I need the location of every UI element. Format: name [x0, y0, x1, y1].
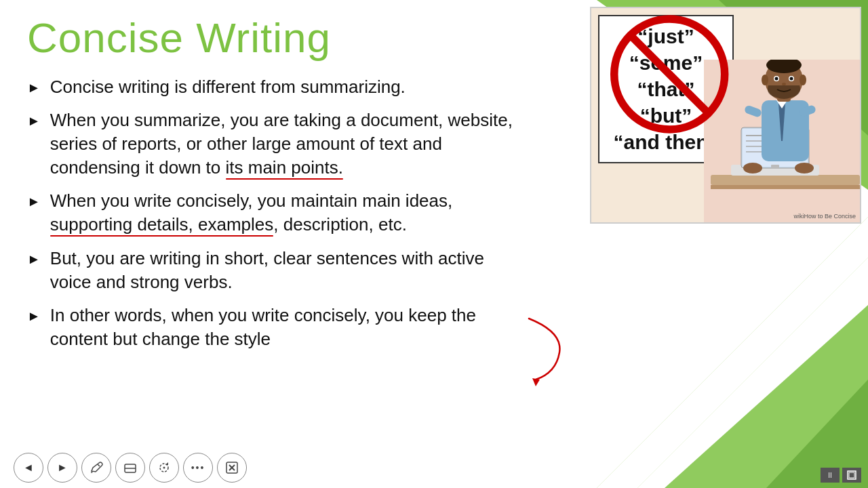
svg-point-33: [775, 77, 778, 81]
svg-rect-10: [711, 175, 860, 185]
svg-point-25: [743, 163, 762, 174]
toolbar: ◄ ► •••: [0, 453, 556, 483]
bullet-arrow-4: ►: [27, 250, 41, 268]
svg-rect-19: [771, 165, 779, 168]
bottom-right-controls: II: [821, 468, 861, 483]
bullet-item-3: ► When you write concisely, you maintain…: [27, 189, 529, 237]
pause-button[interactable]: II: [821, 468, 840, 483]
slide-content: Concise Writing ► Concise writing is dif…: [0, 0, 556, 351]
more-button[interactable]: •••: [183, 453, 213, 483]
close-button[interactable]: [217, 453, 247, 483]
svg-line-37: [98, 464, 100, 466]
svg-line-5: [637, 258, 868, 488]
bullet-item-5: ► In other words, when you write concise…: [27, 304, 529, 351]
underline-supporting-details: supporting details, examples: [50, 214, 274, 235]
bullet-text-5: In other words, when you write concisely…: [50, 304, 529, 351]
svg-line-4: [597, 217, 868, 488]
watermark: wikiHow to Be Concise: [793, 213, 856, 220]
svg-point-36: [782, 83, 786, 85]
prev-button[interactable]: ◄: [14, 453, 43, 483]
pen-button[interactable]: [81, 453, 111, 483]
svg-point-35: [790, 77, 793, 81]
svg-marker-6: [532, 378, 540, 386]
svg-point-41: [163, 467, 165, 469]
svg-rect-11: [711, 185, 860, 189]
bullet-item-4: ► But, you are writing in short, clear s…: [27, 247, 529, 294]
svg-point-30: [762, 75, 768, 85]
bullet-arrow-2: ►: [27, 112, 41, 130]
slide-title: Concise Writing: [27, 14, 529, 62]
image-area: “just” “some” “that” “but” “and then”: [590, 7, 861, 224]
bullet-list: ► Concise writing is different from summ…: [27, 75, 529, 351]
bullet-arrow-3: ►: [27, 192, 41, 211]
underline-main-points: its main points.: [226, 157, 343, 178]
expand-button[interactable]: [842, 468, 861, 483]
eraser-button[interactable]: [115, 453, 145, 483]
bullet-text-1: Concise writing is different from summar…: [50, 75, 529, 99]
bullet-arrow-5: ►: [27, 307, 41, 325]
bullet-item-2: ► When you summarize, you are taking a d…: [27, 108, 529, 180]
next-button[interactable]: ►: [47, 453, 77, 483]
rotate-button[interactable]: [149, 453, 179, 483]
svg-point-31: [800, 75, 806, 85]
person-illustration: [704, 60, 860, 222]
bullet-text-3: When you write concisely, you maintain m…: [50, 189, 529, 237]
bullet-text-4: But, you are writing in short, clear sen…: [50, 247, 529, 294]
bullet-arrow-1: ►: [27, 79, 41, 97]
svg-marker-2: [665, 305, 868, 488]
more-dots: •••: [191, 462, 205, 473]
svg-point-26: [795, 163, 814, 174]
svg-rect-46: [849, 472, 854, 478]
bullet-item-1: ► Concise writing is different from summ…: [27, 75, 529, 99]
bullet-text-2: When you summarize, you are taking a doc…: [50, 108, 529, 180]
